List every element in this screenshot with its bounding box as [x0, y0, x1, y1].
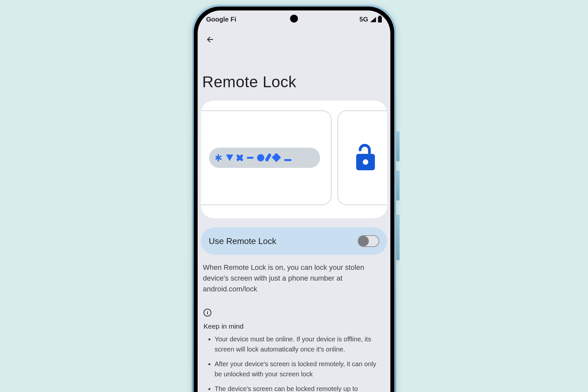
svg-point-12 [363, 159, 368, 165]
list-item: The device's screen can be locked remote… [215, 384, 384, 392]
signal-icon [370, 17, 376, 22]
hero-password-panel [201, 110, 332, 205]
toggle-thumb [358, 236, 369, 246]
side-button [396, 171, 400, 201]
phone-frame: Google Fi 5G Remote Lock [191, 4, 397, 392]
status-network: 5G [359, 16, 368, 23]
status-carrier: Google Fi [206, 16, 236, 23]
camera-hole [290, 15, 298, 23]
use-remote-lock-toggle[interactable] [358, 235, 379, 247]
keep-in-mind-list: Your device must be online. If your devi… [204, 334, 384, 392]
use-remote-lock-row: Use Remote Lock [201, 227, 387, 255]
svg-rect-6 [247, 157, 253, 159]
feature-description: When Remote Lock is on, you can lock you… [201, 262, 387, 294]
status-indicators: 5G [359, 16, 382, 23]
keep-in-mind-section: i Keep in mind Your device must be onlin… [201, 309, 387, 392]
svg-rect-9 [272, 153, 281, 162]
svg-rect-10 [284, 159, 291, 161]
svg-point-7 [257, 154, 264, 161]
screen: Google Fi 5G Remote Lock [198, 10, 390, 392]
lock-open-icon [353, 144, 378, 172]
side-button [396, 215, 400, 260]
list-item: Your device must be online. If your devi… [215, 334, 384, 354]
back-button[interactable] [202, 32, 218, 47]
use-remote-lock-label: Use Remote Lock [209, 236, 276, 246]
svg-rect-8 [265, 153, 272, 162]
battery-icon [378, 17, 382, 23]
list-item: After your device's screen is locked rem… [215, 359, 384, 379]
hero-illustration [201, 101, 387, 218]
side-button [396, 131, 400, 161]
hero-lock-panel [337, 110, 387, 205]
info-icon: i [204, 309, 211, 317]
app-bar [198, 24, 390, 51]
phone-bezel: Google Fi 5G Remote Lock [194, 7, 394, 392]
arrow-back-icon [205, 35, 215, 44]
password-field-illustration [209, 148, 320, 168]
page-title: Remote Lock [202, 73, 390, 91]
svg-marker-3 [226, 155, 233, 161]
keep-in-mind-title: Keep in mind [204, 322, 384, 330]
password-symbols-icon [216, 153, 314, 162]
